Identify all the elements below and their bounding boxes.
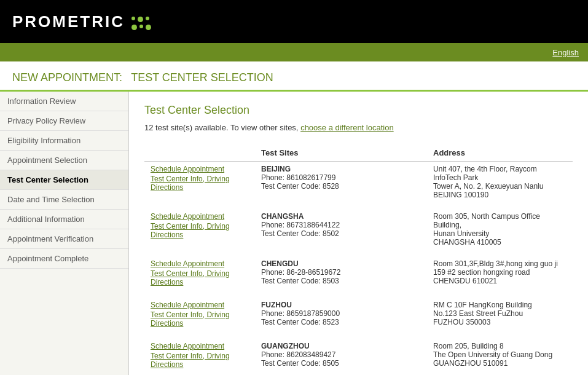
sidebar-item-appointment-selection[interactable]: Appointment Selection: [0, 151, 128, 170]
address-line: RM C 10F HangKong Building: [433, 301, 566, 309]
logo-dot: [146, 25, 151, 30]
address-line: BEIJING 100190: [433, 191, 566, 199]
layout: Information Review Privacy Policy Review…: [0, 92, 588, 375]
site-cell: FUZHOUPhone: 8659187859000Test Center Co…: [255, 291, 427, 332]
logo-dots: [127, 13, 152, 31]
sidebar-item-appointment-verification[interactable]: Appointment Verification: [0, 229, 128, 249]
address-line: CHANGSHA 410005: [433, 238, 566, 247]
table-row: Schedule AppointmentTest Center Info, Dr…: [144, 202, 573, 250]
col-header-action: [144, 144, 255, 162]
table-row: Schedule AppointmentTest Center Info, Dr…: [144, 332, 573, 373]
site-phone: Phone: 8659187859000: [261, 309, 421, 318]
logo-dot: [131, 17, 135, 20]
action-cell: Schedule AppointmentTest Center Info, Dr…: [144, 332, 255, 373]
site-name: BEIJING: [261, 165, 421, 173]
test-centers-table: Test Sites Address Schedule AppointmentT…: [144, 144, 573, 373]
header: PROMETRIC: [0, 0, 588, 43]
address-line: CHENGDU 610021: [433, 277, 566, 285]
address-line: No.123 East Street FuZhou: [433, 309, 566, 318]
sidebar-item-date-time[interactable]: Date and Time Selection: [0, 190, 128, 210]
test-center-info-link[interactable]: Test Center Info, Driving Directions: [151, 310, 249, 328]
site-code: Test Center Code: 8505: [261, 359, 421, 368]
address-cell: Room 301,3F,Bldg 3#,hong xing guo ji159 …: [427, 250, 573, 291]
table-row: Schedule AppointmentTest Center Info, Dr…: [144, 291, 573, 332]
site-name: CHENGDU: [261, 259, 421, 268]
address-line: FUZHOU 350003: [433, 318, 566, 326]
address-cell: Unit 407, the 4th Floor, Raycom InfoTech…: [427, 162, 573, 203]
logo-dot: [138, 17, 143, 22]
site-code: Test Center Code: 8503: [261, 277, 421, 285]
site-cell: GUANGZHOUPhone: 862083489427Test Center …: [255, 332, 427, 373]
site-code: Test Center Code: 8523: [261, 318, 421, 326]
col-header-address: Address: [427, 144, 573, 162]
address-line: The Open University of Guang Dong: [433, 350, 566, 359]
schedule-appointment-link[interactable]: Schedule Appointment: [151, 165, 249, 173]
test-center-info-link[interactable]: Test Center Info, Driving Directions: [151, 222, 249, 239]
sidebar-item-eligibility[interactable]: Eligibility Information: [0, 131, 128, 151]
address-line: Unit 407, the 4th Floor, Raycom InfoTech…: [433, 165, 566, 182]
different-location-link[interactable]: choose a different location: [300, 123, 394, 132]
address-line: Room 301,3F,Bldg 3#,hong xing guo ji: [433, 259, 566, 268]
site-phone: Phone: 862083489427: [261, 350, 421, 359]
schedule-appointment-link[interactable]: Schedule Appointment: [151, 301, 249, 309]
schedule-appointment-link[interactable]: Schedule Appointment: [151, 212, 249, 221]
language-selector[interactable]: English: [552, 48, 579, 57]
test-center-info-link[interactable]: Test Center Info, Driving Directions: [151, 269, 249, 286]
green-bar: English: [0, 43, 588, 61]
site-code: Test Center Code: 8528: [261, 182, 421, 191]
sidebar: Information Review Privacy Policy Review…: [0, 92, 129, 375]
sidebar-item-information-review[interactable]: Information Review: [0, 92, 128, 111]
address-line: Room 305, North Campus Office Building,: [433, 212, 566, 229]
logo-dot: [139, 25, 143, 28]
site-phone: Phone: 861082617799: [261, 173, 421, 182]
action-cell: Schedule AppointmentTest Center Info, Dr…: [144, 202, 255, 250]
logo-dot: [131, 25, 137, 30]
site-name: CHANGSHA: [261, 212, 421, 221]
schedule-appointment-link[interactable]: Schedule Appointment: [151, 342, 249, 350]
site-phone: Phone: 86-28-86519672: [261, 268, 421, 277]
site-name: GUANGZHOU: [261, 342, 421, 350]
address-line: 159 #2 section hongxing road: [433, 268, 566, 277]
logo: PROMETRIC: [12, 12, 125, 31]
sidebar-item-test-center[interactable]: Test Center Selection: [0, 170, 128, 190]
address-cell: Room 205, Building 8The Open University …: [427, 332, 573, 373]
action-cell: Schedule AppointmentTest Center Info, Dr…: [144, 162, 255, 203]
title-bar: NEW APPOINTMENT: TEST CENTER SELECTION: [0, 61, 588, 92]
availability-text: 12 test site(s) available. To view other…: [144, 123, 573, 132]
sidebar-item-additional-info[interactable]: Additional Information: [0, 210, 128, 229]
schedule-appointment-link[interactable]: Schedule Appointment: [151, 259, 249, 268]
site-cell: CHENGDUPhone: 86-28-86519672Test Center …: [255, 250, 427, 291]
table-row: Schedule AppointmentTest Center Info, Dr…: [144, 250, 573, 291]
col-header-sites: Test Sites: [255, 144, 427, 162]
sidebar-item-appointment-complete[interactable]: Appointment Complete: [0, 249, 128, 269]
test-center-info-link[interactable]: Test Center Info, Driving Directions: [151, 175, 249, 192]
site-cell: BEIJINGPhone: 861082617799Test Center Co…: [255, 162, 427, 203]
page-title: NEW APPOINTMENT: TEST CENTER SELECTION: [12, 69, 576, 85]
section-heading: Test Center Selection: [144, 104, 573, 117]
address-line: Hunan University: [433, 229, 566, 238]
table-row: Schedule AppointmentTest Center Info, Dr…: [144, 162, 573, 203]
address-cell: RM C 10F HangKong BuildingNo.123 East St…: [427, 291, 573, 332]
address-line: GUANGZHOU 510091: [433, 359, 566, 368]
site-code: Test Center Code: 8502: [261, 229, 421, 238]
site-name: FUZHOU: [261, 301, 421, 309]
logo-dot: [146, 17, 149, 20]
sidebar-item-privacy-policy[interactable]: Privacy Policy Review: [0, 111, 128, 131]
address-cell: Room 305, North Campus Office Building,H…: [427, 202, 573, 250]
action-cell: Schedule AppointmentTest Center Info, Dr…: [144, 291, 255, 332]
action-cell: Schedule AppointmentTest Center Info, Dr…: [144, 250, 255, 291]
test-center-info-link[interactable]: Test Center Info, Driving Directions: [151, 352, 249, 369]
site-phone: Phone: 8673188644122: [261, 221, 421, 229]
address-line: Room 205, Building 8: [433, 342, 566, 350]
main-content: Test Center Selection 12 test site(s) av…: [129, 92, 588, 375]
address-line: Tower A, No. 2, Kexueyuan Nanlu: [433, 182, 566, 191]
site-cell: CHANGSHAPhone: 8673188644122Test Center …: [255, 202, 427, 250]
